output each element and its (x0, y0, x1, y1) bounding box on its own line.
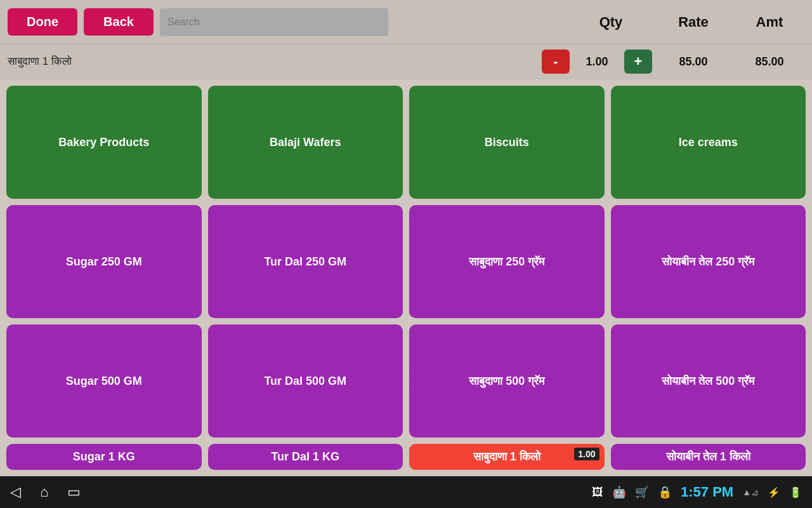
nav-recents-icon[interactable]: ▭ (67, 484, 81, 500)
camera-icon: 🖼 (592, 486, 603, 499)
product-btn-soyabean-500[interactable]: सोयाबीन तेल 500 ग्रॅम (611, 324, 806, 438)
nav-home-icon[interactable]: ⌂ (40, 484, 48, 500)
product-btn-tur-dal-250[interactable]: Tur Dal 250 GM (208, 205, 403, 318)
product-btn-soyabean-1kg[interactable]: सोयाबीन तेल 1 किलो (611, 444, 806, 470)
product-btn-sabudana-500[interactable]: साबुदाणा 500 ग्रॅम (409, 324, 605, 438)
qty-value: 1.00 (575, 55, 619, 69)
system-bar: ◁ ⌂ ▭ 🖼 🤖 🛒 🔒 1:57 PM ▲⊿ ⚡ 🔋 (0, 476, 812, 508)
plus-button[interactable]: + (624, 50, 652, 74)
security-icon: 🛒 (635, 485, 649, 499)
system-status: 🖼 🤖 🛒 🔒 1:57 PM ▲⊿ ⚡ 🔋 (592, 484, 802, 500)
product-btn-bakery-products[interactable]: Bakery Products (6, 86, 202, 199)
product-btn-sabudana-1kg[interactable]: साबुदाणा 1 किलो1.00 (409, 444, 605, 470)
product-btn-balaji-wafers[interactable]: Balaji Wafers (208, 86, 403, 199)
qty-header: Qty (570, 14, 652, 30)
products-grid: Bakery ProductsBalaji WafersBiscuitsIce … (0, 79, 812, 476)
back-button[interactable]: Back (84, 8, 154, 36)
top-bar: Done Back Qty Rate Amt (0, 0, 812, 44)
item-row: साबुदाणा 1 किलो - 1.00 + 85.00 85.00 (0, 44, 812, 79)
nav-back-icon[interactable]: ◁ (10, 484, 21, 500)
product-btn-sugar-500[interactable]: Sugar 500 GM (6, 324, 202, 438)
item-name: साबुदाणा 1 किलो (8, 55, 542, 68)
search-input[interactable] (160, 8, 388, 36)
rate-value: 85.00 (652, 55, 735, 69)
minus-button[interactable]: - (542, 50, 570, 74)
clock: 1:57 PM (681, 484, 733, 500)
amt-value: 85.00 (735, 55, 804, 69)
product-btn-soyabean-250[interactable]: सोयाबीन तेल 250 ग्रॅम (611, 205, 806, 318)
signal-icon: ▲⊿ (742, 487, 759, 497)
bluetooth-icon: ⚡ (768, 486, 780, 498)
product-btn-ice-creams[interactable]: Ice creams (611, 86, 806, 199)
rate-header: Rate (652, 14, 735, 30)
battery-icon: 🔋 (789, 486, 802, 498)
qty-badge-sabudana-1kg: 1.00 (574, 448, 599, 460)
header-columns: Qty Rate Amt (570, 14, 804, 30)
product-btn-sugar-1kg[interactable]: Sugar 1 KG (6, 444, 202, 470)
nav-buttons: ◁ ⌂ ▭ (10, 484, 81, 500)
amt-header: Amt (735, 14, 804, 30)
product-btn-tur-dal-500[interactable]: Tur Dal 500 GM (208, 324, 403, 438)
product-btn-sugar-250[interactable]: Sugar 250 GM (6, 205, 202, 318)
android-icon: 🤖 (612, 485, 626, 499)
product-btn-tur-dal-1kg[interactable]: Tur Dal 1 KG (208, 444, 403, 470)
lock-icon: 🔒 (658, 485, 672, 499)
product-btn-biscuits[interactable]: Biscuits (409, 86, 605, 199)
product-btn-sabudana-250[interactable]: साबुदाणा 250 ग्रॅम (409, 205, 605, 318)
done-button[interactable]: Done (8, 8, 77, 36)
